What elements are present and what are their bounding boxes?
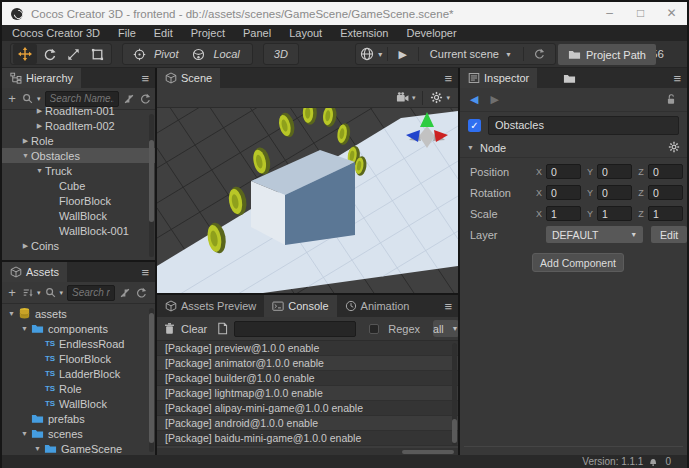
asset-item-assets[interactable]: ▼assets xyxy=(2,306,155,321)
menu-item-edit[interactable]: Edit xyxy=(145,25,182,41)
hierarchy-item-wallblock[interactable]: WallBlock xyxy=(2,208,155,223)
tree-expand-arrow[interactable]: ▼ xyxy=(6,310,17,317)
tree-expand-arrow[interactable]: ▶ xyxy=(34,107,45,115)
tree-expand-arrow[interactable]: ▼ xyxy=(34,167,45,174)
lock-inspector-button[interactable] xyxy=(665,91,677,109)
console-filter-input[interactable] xyxy=(234,321,356,337)
scene-panel-menu-button[interactable]: ≡ xyxy=(444,68,452,88)
menu-item-project[interactable]: Project xyxy=(182,25,234,41)
scale-tool-button[interactable] xyxy=(61,44,85,64)
tree-expand-arrow[interactable]: ▼ xyxy=(20,152,31,159)
play-button[interactable]: ▶ xyxy=(391,44,415,64)
menu-item-layout[interactable]: Layout xyxy=(280,25,331,41)
refresh-assets-button[interactable] xyxy=(135,287,147,299)
maximize-button[interactable]: □ xyxy=(625,2,656,25)
hierarchy-item-floorblock[interactable]: FloorBlock xyxy=(2,193,155,208)
rotation-y-input[interactable] xyxy=(597,185,632,200)
tab-console[interactable]: Console xyxy=(264,295,336,317)
docked-folder-tab[interactable] xyxy=(563,68,576,88)
layer-dropdown[interactable]: DEFAULT▼ xyxy=(546,226,643,243)
node-active-checkbox[interactable]: ✓ xyxy=(468,119,481,132)
project-path-button[interactable]: Project Path xyxy=(558,44,656,65)
assets-scrollbar[interactable] xyxy=(149,308,154,452)
rotate-tool-button[interactable] xyxy=(37,44,61,64)
position-z-input[interactable] xyxy=(648,164,683,179)
console-scrollbar[interactable] xyxy=(452,343,457,445)
asset-item-floorblock[interactable]: TSFloorBlock xyxy=(2,351,155,366)
hierarchy-item-role[interactable]: ▶Role xyxy=(2,133,155,148)
asset-item-ladderblock[interactable]: TSLadderBlock xyxy=(2,366,155,381)
tree-expand-arrow[interactable]: ▶ xyxy=(20,137,31,145)
scale-y-input[interactable] xyxy=(597,206,632,221)
assets-panel-menu-button[interactable]: ≡ xyxy=(141,262,149,282)
node-settings-button[interactable] xyxy=(668,139,680,157)
coordinate-toggle-button[interactable] xyxy=(186,44,210,64)
tree-expand-arrow[interactable]: ▼ xyxy=(19,430,30,437)
sort-assets-button[interactable]: ▾ xyxy=(22,287,41,299)
menu-item-panel[interactable]: Panel xyxy=(234,25,280,41)
asset-item-scenes[interactable]: ▼scenes xyxy=(2,426,155,441)
menu-item-extension[interactable]: Extension xyxy=(331,25,397,41)
edit-layer-button[interactable]: Edit xyxy=(651,226,687,243)
hierarchy-item-truck[interactable]: ▼Truck xyxy=(2,163,155,178)
tree-expand-arrow[interactable]: ▶ xyxy=(34,122,45,130)
menu-item-cocos-creator-3d[interactable]: Cocos Creator 3D xyxy=(12,25,109,41)
hierarchy-item-roaditem-002[interactable]: ▶RoadItem-002 xyxy=(2,118,155,133)
menu-item-developer[interactable]: Developer xyxy=(397,25,465,41)
tab-assets-preview[interactable]: Assets Preview xyxy=(157,295,264,317)
rect-tool-button[interactable] xyxy=(85,44,109,64)
scene-select-dropdown[interactable]: Current scene▼ xyxy=(422,44,520,64)
tab-hierarchy[interactable]: Hierarchy xyxy=(2,68,81,88)
collapse-all-button[interactable] xyxy=(119,287,131,299)
hierarchy-item-obstacles[interactable]: ▼Obstacles xyxy=(2,148,155,163)
tab-animation[interactable]: Animation xyxy=(337,295,418,317)
asset-item-wallblock[interactable]: TSWallBlock xyxy=(2,396,155,411)
clear-label[interactable]: Clear xyxy=(181,323,207,335)
console-panel-menu-button[interactable]: ≡ xyxy=(444,295,452,317)
local-label[interactable]: Local xyxy=(213,48,239,60)
scale-z-input[interactable] xyxy=(648,206,683,221)
inspector-panel-menu-button[interactable]: ≡ xyxy=(673,68,681,88)
asset-item-endlessroad[interactable]: TSEndlessRoad xyxy=(2,336,155,351)
add-node-button[interactable]: + xyxy=(6,94,18,104)
clear-console-button[interactable] xyxy=(163,322,176,335)
menu-item-file[interactable]: File xyxy=(109,25,145,41)
preview-platform-button[interactable]: ▼ xyxy=(360,44,384,64)
pivot-toggle-button[interactable] xyxy=(127,44,151,64)
refresh-preview-button[interactable] xyxy=(527,44,551,64)
hierarchy-item-roaditem-001[interactable]: ▶RoadItem-001 xyxy=(2,103,155,118)
asset-search-filter-button[interactable]: ▾ xyxy=(45,287,64,299)
node-section-collapse-arrow[interactable]: ▼ xyxy=(467,144,474,151)
tree-expand-arrow[interactable]: ▼ xyxy=(19,325,30,332)
rotation-x-input[interactable] xyxy=(546,185,581,200)
move-tool-button[interactable] xyxy=(13,44,37,64)
tab-scene[interactable]: Scene xyxy=(157,68,220,88)
rotation-z-input[interactable] xyxy=(648,185,683,200)
inspector-forward-button[interactable]: ▶ xyxy=(490,93,498,106)
node-name-field[interactable] xyxy=(488,116,679,135)
console-horizontal-scrollbar[interactable] xyxy=(157,448,458,455)
asset-item-prefabs[interactable]: prefabs xyxy=(2,411,155,426)
position-x-input[interactable] xyxy=(546,164,581,179)
add-asset-button[interactable]: + xyxy=(6,288,18,298)
hierarchy-scrollbar[interactable] xyxy=(149,114,154,257)
hierarchy-item-coins[interactable]: ▶Coins xyxy=(2,238,155,253)
hierarchy-panel-menu-button[interactable]: ≡ xyxy=(141,68,149,88)
notification-count[interactable]: 0 xyxy=(665,456,671,467)
scene-viewport[interactable] xyxy=(157,108,458,293)
hierarchy-item-cube[interactable]: Cube xyxy=(2,178,155,193)
asset-item-role[interactable]: TSRole xyxy=(2,381,155,396)
open-log-file-button[interactable] xyxy=(216,322,229,335)
tree-expand-arrow[interactable]: ▶ xyxy=(20,242,31,250)
inspector-back-button[interactable]: ◀ xyxy=(470,93,478,106)
add-component-button[interactable]: Add Component xyxy=(532,253,624,272)
camera-settings-button[interactable]: ▾ xyxy=(396,91,416,104)
close-button[interactable]: ✕ xyxy=(656,2,687,25)
tree-expand-arrow[interactable]: ▼ xyxy=(32,445,43,452)
minimize-button[interactable]: – xyxy=(594,2,625,25)
assets-search-input[interactable] xyxy=(67,285,115,301)
asset-item-components[interactable]: ▼components xyxy=(2,321,155,336)
asset-item-gamescene[interactable]: ▼GameScene xyxy=(2,441,155,455)
bell-icon[interactable] xyxy=(648,456,660,468)
hierarchy-item-wallblock-001[interactable]: WallBlock-001 xyxy=(2,223,155,238)
